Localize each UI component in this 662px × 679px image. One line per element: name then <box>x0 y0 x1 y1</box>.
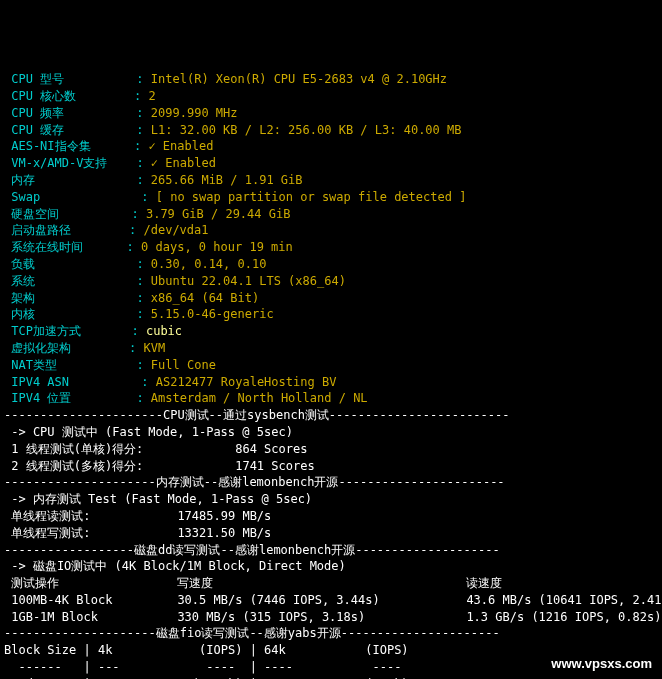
loc-value: Amsterdam / North Holland / NL <box>151 391 368 405</box>
uptime-value: 0 days, 0 hour 19 min <box>141 240 293 254</box>
cpu-freq-value: 2099.990 MHz <box>151 106 238 120</box>
swap-label: Swap <box>4 190 40 204</box>
virt-label: 虚拟化架构 <box>4 341 71 355</box>
fio-dash: ------ | --- ---- | ---- ---- <box>4 660 401 674</box>
dd-row2-read: 1.3 GB/s (1216 IOPS, 0.82s) <box>466 610 661 624</box>
cpu-multi-label: 2 线程测试(多核)得分: <box>4 459 143 473</box>
nat-value: Full Cone <box>151 358 216 372</box>
dd-row1-read: 43.6 MB/s (10641 IOPS, 2.41s) <box>466 593 662 607</box>
cpu-model-label: CPU 型号 <box>4 72 64 86</box>
mem-write-value: 13321.50 MB/s <box>177 526 271 540</box>
asn-value: AS212477 RoyaleHosting BV <box>156 375 337 389</box>
aes-label: AES-NI指令集 <box>4 139 91 153</box>
cpu-cache-label: CPU 缓存 <box>4 123 64 137</box>
dd-test-mode: -> 磁盘IO测试中 (4K Block/1M Block, Direct Mo… <box>4 559 346 573</box>
disk-label: 硬盘空间 <box>4 207 59 221</box>
dd-row1-op: 100MB-4K Block <box>4 593 112 607</box>
cpu-freq-label: CPU 频率 <box>4 106 64 120</box>
dd-row2-write: 330 MB/s (315 IOPS, 3.18s) <box>177 610 365 624</box>
arch-value: x86_64 (64 Bit) <box>151 291 259 305</box>
dd-test-header: ------------------磁盘dd读写测试--感谢lemonbench… <box>4 543 500 557</box>
dd-col-write: 写速度 <box>177 576 213 590</box>
dd-col-read: 读速度 <box>466 576 502 590</box>
watermark: www.vpsxs.com <box>551 655 652 673</box>
aes-value: ✓ Enabled <box>148 139 213 153</box>
cpu-cores-label: CPU 核心数 <box>4 89 76 103</box>
boot-label: 启动盘路径 <box>4 223 71 237</box>
mem-label: 内存 <box>4 173 35 187</box>
mem-test-header: ---------------------内存测试--感谢lemonbench开… <box>4 475 505 489</box>
load-label: 负载 <box>4 257 35 271</box>
terminal-output: CPU 型号 : Intel(R) Xeon(R) CPU E5-2683 v4… <box>4 71 658 679</box>
virt-value: KVM <box>143 341 165 355</box>
kernel-label: 内核 <box>4 307 35 321</box>
tcp-value: cubic <box>146 324 182 338</box>
cpu-test-header: ----------------------CPU测试--通过sysbench测… <box>4 408 509 422</box>
arch-label: 架构 <box>4 291 35 305</box>
cpu-cores-value: 2 <box>148 89 155 103</box>
mem-value: 265.66 MiB / 1.91 GiB <box>151 173 303 187</box>
nat-label: NAT类型 <box>4 358 57 372</box>
dd-row2-op: 1GB-1M Block <box>4 610 98 624</box>
vmx-value: ✓ Enabled <box>151 156 216 170</box>
cpu-model-value: Intel(R) Xeon(R) CPU E5-2683 v4 @ 2.10GH… <box>151 72 447 86</box>
vmx-label: VM-x/AMD-V支持 <box>4 156 107 170</box>
swap-value: [ no swap partition or swap file detecte… <box>156 190 467 204</box>
cpu-cache-value: L1: 32.00 KB / L2: 256.00 KB / L3: 40.00… <box>151 123 462 137</box>
loc-label: IPV4 位置 <box>4 391 71 405</box>
kernel-value: 5.15.0-46-generic <box>151 307 274 321</box>
cpu-single-label: 1 线程测试(单核)得分: <box>4 442 143 456</box>
mem-test-mode: -> 内存测试 Test (Fast Mode, 1-Pass @ 5sec) <box>4 492 312 506</box>
fio-hdr1: Block Size | 4k (IOPS) | 64k (IOPS) <box>4 643 409 657</box>
fio-test-header: ---------------------磁盘fio读写测试--感谢yabs开源… <box>4 626 500 640</box>
cpu-single-value: 864 Scores <box>235 442 307 456</box>
boot-value: /dev/vda1 <box>143 223 208 237</box>
mem-write-label: 单线程写测试: <box>4 526 90 540</box>
asn-label: IPV4 ASN <box>4 375 69 389</box>
mem-read-value: 17485.99 MB/s <box>177 509 271 523</box>
cpu-multi-value: 1741 Scores <box>235 459 314 473</box>
mem-read-label: 单线程读测试: <box>4 509 90 523</box>
os-value: Ubuntu 22.04.1 LTS (x86_64) <box>151 274 346 288</box>
uptime-label: 系统在线时间 <box>4 240 83 254</box>
disk-value: 3.79 GiB / 29.44 GiB <box>146 207 291 221</box>
os-label: 系统 <box>4 274 35 288</box>
cpu-test-mode: -> CPU 测试中 (Fast Mode, 1-Pass @ 5sec) <box>4 425 293 439</box>
tcp-label: TCP加速方式 <box>4 324 81 338</box>
load-value: 0.30, 0.14, 0.10 <box>151 257 267 271</box>
dd-row1-write: 30.5 MB/s (7446 IOPS, 3.44s) <box>177 593 379 607</box>
dd-col-op: 测试操作 <box>4 576 59 590</box>
